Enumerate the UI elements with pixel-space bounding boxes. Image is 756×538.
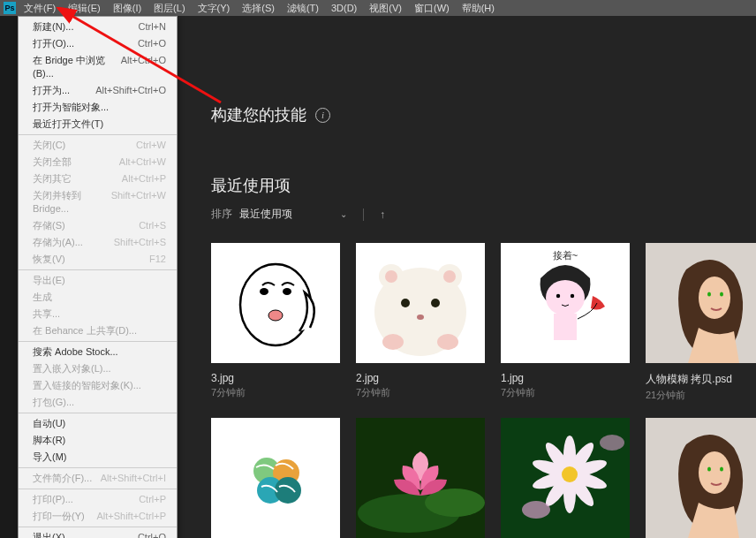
menu-filter[interactable]: 滤镜(T) [283,2,323,15]
app-icon: Ps [4,2,16,14]
thumbnail [356,243,485,363]
file-dropdown: 新建(N)...Ctrl+N打开(O)...Ctrl+O在 Bridge 中浏览… [18,16,178,538]
menu-item: 关闭并转到 Bridge...Shift+Ctrl+W [19,187,177,217]
recent-card[interactable]: 2.jpg7分钟前 [356,243,485,402]
svg-point-49 [600,435,624,451]
file-time: 7分钟前 [501,386,630,399]
thumbnail [211,243,340,363]
file-time: 7分钟前 [211,386,340,399]
menu-item: 共享... [19,306,177,322]
menu-item: 存储为(A)...Shift+Ctrl+S [19,234,177,251]
thumbnail [646,418,756,538]
recent-grid: 3.jpg7分钟前2.jpg7分钟前接着~1.jpg7分钟前人物模糊 拷贝.ps… [211,243,756,538]
sort-row: 排序 最近使用项 ⌄ ↑ [211,207,756,222]
menu-window[interactable]: 窗口(W) [410,2,454,15]
menu-item[interactable]: 在 Bridge 中浏览(B)...Alt+Ctrl+O [19,52,177,82]
menu-item[interactable]: 打开为智能对象... [19,99,177,116]
chevron-down-icon: ⌄ [340,209,347,219]
menu-item: 打印一份(Y)Alt+Shift+Ctrl+P [19,508,177,525]
thumbnail: 接着~ [501,243,630,363]
menu-item: 置入链接的智能对象(K)... [19,377,177,394]
svg-point-47 [562,466,578,482]
recent-card[interactable] [356,418,485,538]
svg-point-24 [699,277,730,319]
recent-title: 最近使用项 [211,175,756,196]
menu-item[interactable]: 打开为...Alt+Shift+Ctrl+O [19,82,177,99]
svg-point-26 [720,292,723,297]
recent-card[interactable] [501,418,630,538]
menu-item: 文件简介(F)...Alt+Shift+Ctrl+I [19,470,177,487]
menu-item[interactable]: 导入(M) [19,449,177,466]
svg-point-25 [707,292,711,297]
menu-item: 关闭(C)Ctrl+W [19,137,177,154]
menu-layer[interactable]: 图层(L) [149,2,189,15]
file-time: 7分钟前 [356,386,485,399]
info-icon[interactable]: i [315,108,330,123]
svg-point-10 [385,270,397,283]
file-name: 3.jpg [211,372,340,384]
sort-label: 排序 [211,207,232,222]
menu-item[interactable]: 打开(O)...Ctrl+O [19,35,177,52]
svg-point-13 [431,299,440,307]
thumbnail [501,418,630,538]
svg-point-14 [417,314,424,320]
menu-type[interactable]: 文字(Y) [193,2,235,15]
svg-point-48 [522,501,550,519]
menu-item[interactable]: 新建(N)...Ctrl+N [19,19,177,35]
recent-card[interactable]: 人物模糊 拷贝.psd21分钟前 [646,243,756,402]
menu-item[interactable]: 自动(U) [19,415,177,432]
menu-edit[interactable]: 编辑(E) [64,2,105,15]
menu-item: 存储(S)Ctrl+S [19,217,177,234]
menu-item: 打印(P)...Ctrl+P [19,491,177,508]
menu-item: 置入嵌入对象(L)... [19,360,177,377]
svg-point-5 [268,310,283,321]
sort-select[interactable]: 最近使用项 ⌄ [239,207,347,222]
svg-point-52 [707,467,711,472]
svg-point-4 [283,288,291,295]
thumbnail [646,243,756,363]
svg-point-15 [382,334,404,350]
svg-point-16 [437,334,458,350]
thumbnail [211,418,340,538]
recent-card[interactable]: 3.jpg7分钟前 [211,243,340,402]
svg-point-53 [720,467,723,472]
svg-point-31 [275,477,301,504]
skill-title: 构建您的技能 [211,104,306,125]
divider [363,208,364,221]
menu-item[interactable]: 搜索 Adobe Stock... [19,344,177,360]
svg-point-51 [699,451,730,494]
menu-item: 打包(G)... [19,394,177,411]
menu-item[interactable]: 最近打开文件(T) [19,116,177,133]
menu-item: 恢复(V)F12 [19,251,177,268]
recent-card[interactable] [646,418,756,538]
menu-item[interactable]: 脚本(R) [19,432,177,449]
menu-3d[interactable]: 3D(D) [327,3,361,13]
file-name: 2.jpg [356,372,485,384]
file-time: 21分钟前 [646,389,756,402]
menu-item: 在 Behance 上共享(D)... [19,322,177,339]
menu-item: 生成 [19,289,177,306]
thumbnail [356,418,485,538]
svg-point-19 [546,280,585,315]
menubar: Ps 文件(F) 编辑(E) 图像(I) 图层(L) 文字(Y) 选择(S) 滤… [0,0,756,16]
file-name: 1.jpg [501,372,630,384]
home-content: 构建您的技能 i 最近使用项 排序 最近使用项 ⌄ ↑ 3.jpg7分钟前2.j… [178,16,756,538]
menu-item[interactable]: 退出(X)Ctrl+Q [19,529,177,538]
recent-card[interactable] [211,418,340,538]
svg-point-11 [443,270,456,283]
menu-file[interactable]: 文件(F) [19,2,60,15]
sort-direction-icon[interactable]: ↑ [380,208,385,221]
menu-select[interactable]: 选择(S) [238,2,279,15]
menu-item: 关闭全部Alt+Ctrl+W [19,154,177,170]
svg-rect-22 [554,314,577,340]
recent-card[interactable]: 接着~1.jpg7分钟前 [501,243,630,402]
svg-point-2 [240,264,311,345]
menu-help[interactable]: 帮助(H) [457,2,499,15]
menu-view[interactable]: 视图(V) [365,2,406,15]
svg-point-12 [401,299,410,307]
menu-image[interactable]: 图像(I) [109,2,146,15]
file-name: 人物模糊 拷贝.psd [646,372,756,387]
menu-item: 关闭其它Alt+Ctrl+P [19,170,177,187]
svg-point-3 [260,288,268,295]
menu-item: 导出(E) [19,272,177,289]
